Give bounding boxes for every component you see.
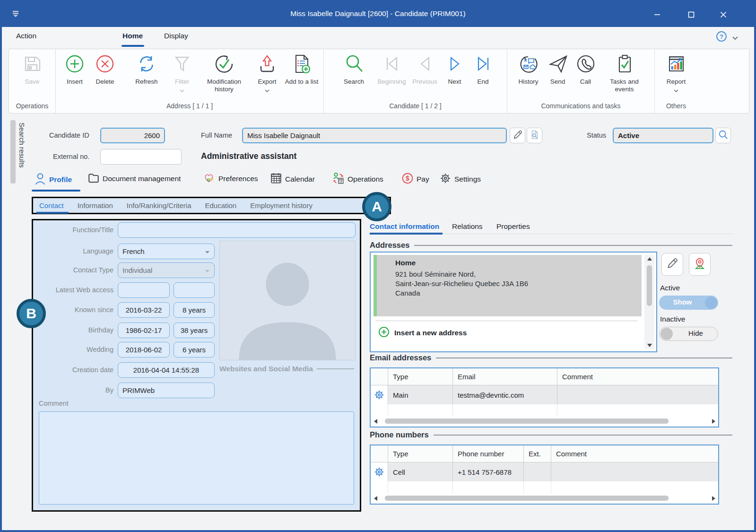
maximize-button[interactable] [682,9,701,21]
tab-pay[interactable]: $ Pay [401,172,429,186]
insert-button[interactable]: Insert [60,52,90,86]
tab-document-management[interactable]: Document management [87,172,181,185]
email-col-comment[interactable]: Comment [557,368,718,385]
edit-name-button[interactable] [510,128,525,143]
insert-new-address-button[interactable]: Insert a new address [378,326,467,340]
candidate-id-field[interactable]: 2600 [100,128,165,143]
hide-inactive-toggle[interactable]: Hide [659,327,718,341]
menu-home[interactable]: Home [122,32,143,40]
filter-button[interactable]: Filter [166,52,198,95]
by-field[interactable]: PRIMWeb [118,383,215,398]
tab-preferences[interactable]: Preferences [203,172,258,185]
call-button[interactable]: Call [572,52,600,86]
latest-web-access-date-field[interactable] [118,282,170,298]
scroll-left-icon[interactable] [371,493,380,503]
add-to-list-button[interactable]: Add to a list [284,52,320,86]
phone-ext-cell[interactable] [524,462,551,481]
report-button[interactable]: Report [656,52,696,95]
latest-web-access-time-field[interactable] [174,282,215,298]
menu-display[interactable]: Display [164,32,188,40]
tab-properties[interactable]: Properties [496,222,530,231]
subtab-info-ranking-criteria[interactable]: Info/Ranking/Criteria [127,201,191,209]
close-button[interactable] [714,9,733,21]
email-comment-cell[interactable] [557,385,718,404]
scroll-left-icon[interactable] [371,416,380,426]
minimize-button[interactable] [648,9,667,21]
tab-calendar[interactable]: Calendar [270,172,315,186]
language-select[interactable]: French [118,244,215,259]
comment-textarea[interactable] [39,411,354,505]
previous-button[interactable]: Previous [410,52,440,86]
phone-col-type[interactable]: Type [388,445,453,462]
map-address-button[interactable] [689,253,711,276]
delete-button[interactable]: Delete [90,52,120,86]
tasks-and-events-button[interactable]: Tasks and events [600,52,649,93]
tab-contact-information[interactable]: Contact information [370,222,439,231]
phone-col-ext[interactable]: Ext. [524,445,551,462]
email-col-type[interactable]: Type [388,368,453,385]
phone-comment-cell[interactable] [551,462,718,481]
birthday-age-field[interactable]: 38 years [174,323,215,338]
scroll-thumb[interactable] [647,265,652,306]
address-list-item-selected[interactable]: Home 921 boul Séminaire Nord, Saint-Jean… [374,255,642,316]
phone-table-empty-row[interactable] [371,481,718,493]
email-col-email[interactable]: Email [453,368,557,385]
contact-type-select[interactable]: Individual [118,262,215,278]
scroll-right-icon[interactable] [709,493,718,503]
show-active-toggle[interactable]: Show [659,296,718,310]
edit-address-button[interactable] [661,253,683,276]
scroll-thumb[interactable] [385,419,669,424]
subtab-employment-history[interactable]: Employment history [250,201,313,209]
known-since-field[interactable]: 2016-03-22 [118,302,170,318]
name-preview-button[interactable] [527,128,542,143]
sidebar-scroll-tab[interactable] [10,120,16,183]
export-button[interactable]: Export [251,52,284,95]
phone-number-cell[interactable]: +1 514 757-6878 [453,462,524,481]
phone-col-number[interactable]: Phone number [453,445,524,462]
email-table-empty-row[interactable] [371,404,718,416]
sidebar-search-results-tab[interactable]: Search results [18,122,26,168]
help-chevron-icon[interactable] [732,34,739,43]
wedding-field[interactable]: 2018-06-02 [118,342,170,358]
phone-col-comment[interactable]: Comment [551,445,718,462]
phone-table-hscrollbar[interactable] [371,493,718,503]
end-button[interactable]: End [469,52,497,86]
scroll-down-icon[interactable] [644,341,654,349]
phone-table-row[interactable]: Cell +1 514 757-6878 [371,462,718,481]
subtab-education[interactable]: Education [205,201,236,209]
candidate-photo-placeholder[interactable] [219,241,356,360]
refresh-button[interactable]: Refresh [127,52,166,86]
next-button[interactable]: Next [440,52,469,86]
subtab-contact[interactable]: Contact [39,201,64,209]
scroll-thumb[interactable] [385,496,669,501]
send-button[interactable]: Send [544,52,572,86]
tab-settings[interactable]: Settings [439,172,481,186]
email-table-hscrollbar[interactable] [371,416,718,426]
modification-history-button[interactable]: Modification history [198,52,251,93]
scroll-right-icon[interactable] [709,416,718,426]
tab-relations[interactable]: Relations [452,222,483,231]
scroll-up-icon[interactable] [644,255,654,262]
history-button[interactable]: History [513,52,544,86]
full-name-field[interactable]: Miss Isabelle Daignault [242,128,507,143]
tab-operations[interactable]: Operations [332,172,383,186]
wedding-duration-field[interactable]: 6 years [174,342,215,358]
row-gear-icon[interactable] [371,462,388,481]
phone-type-cell[interactable]: Cell [388,462,453,481]
tab-profile[interactable]: Profile [34,172,72,187]
external-no-field[interactable] [100,149,182,165]
birthday-field[interactable]: 1986-02-17 [118,323,170,338]
status-search-button[interactable] [715,128,731,143]
save-button[interactable]: Save [13,52,51,86]
menu-action[interactable]: Action [16,32,36,40]
search-button[interactable]: Search [334,52,374,86]
known-since-duration-field[interactable]: 8 years [174,302,215,318]
function-title-field[interactable] [118,222,356,238]
subtab-information[interactable]: Information [78,201,113,209]
row-gear-icon[interactable] [371,385,388,404]
email-address-cell[interactable]: testma@devntic.com [453,385,557,404]
email-type-cell[interactable]: Main [388,385,453,404]
beginning-button[interactable]: Beginning [374,52,410,86]
email-table-row[interactable]: Main testma@devntic.com [371,385,718,404]
address-scrollbar[interactable] [644,255,654,349]
